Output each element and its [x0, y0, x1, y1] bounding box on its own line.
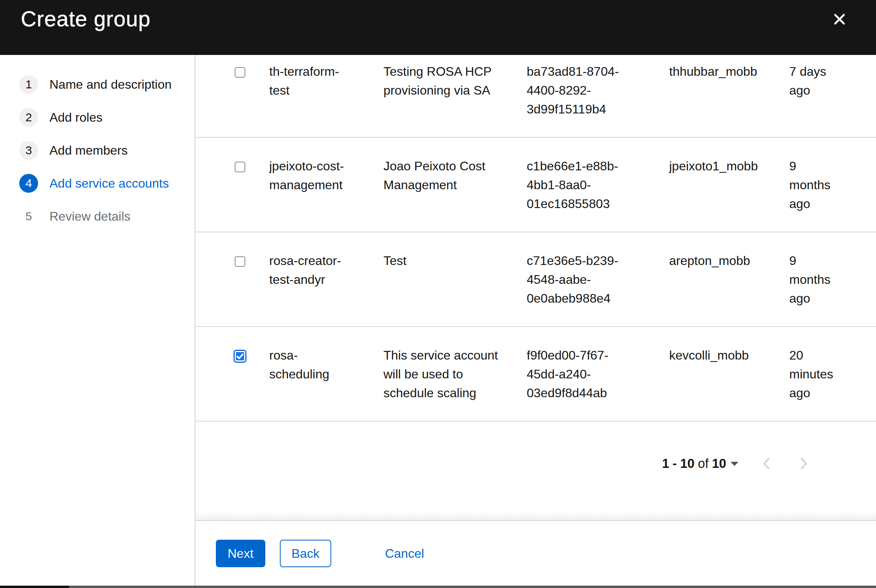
table-row: rosa- scheduling This service account wi… [195, 327, 876, 422]
chevron-left-icon [763, 458, 770, 469]
row-checkbox[interactable] [235, 162, 245, 172]
step-5-label: Review details [49, 207, 130, 226]
close-icon [834, 13, 845, 25]
step-5-number: 5 [19, 207, 38, 226]
step-4-number: 4 [19, 174, 38, 193]
next-button[interactable]: Next [216, 540, 265, 567]
step-1-label: Name and description [49, 75, 172, 94]
cell-client-id: f9f0ed00-7f67- 45dd-a240- 03ed9f8d44ab [527, 346, 669, 402]
step-4-label: Add service accounts [49, 174, 169, 193]
cell-owner: jpeixoto1_mobb [669, 157, 789, 213]
step-add-roles[interactable]: 2 Add roles [0, 101, 195, 134]
table-row: th-terraform- test Testing ROSA HCP prov… [195, 55, 876, 138]
create-group-wizard: Create group 1 Name and description 2 Ad… [0, 0, 876, 588]
step-name-and-description[interactable]: 1 Name and description [0, 68, 195, 101]
pagination-total: 10 [712, 456, 726, 471]
step-1-number: 1 [19, 75, 38, 94]
wizard-title: Create group [21, 7, 151, 30]
wizard-header: Create group [0, 0, 876, 55]
wizard-footer: Next Back Cancel [195, 520, 876, 586]
cell-description: Test [383, 251, 527, 308]
pagination: 1 - 10 of 10 [662, 452, 812, 475]
step-2-number: 2 [19, 108, 38, 127]
pagination-range-start: 1 - 10 [662, 456, 695, 471]
close-button[interactable] [829, 9, 850, 30]
cell-client-id: c71e36e5-b239- 4548-aabe- 0e0abeb988e4 [527, 251, 669, 308]
step-add-service-accounts[interactable]: 4 Add service accounts [0, 167, 195, 200]
cell-description: Joao Peixoto Cost Management [383, 157, 527, 213]
check-icon [236, 352, 244, 360]
pagination-range: 1 - 10 of 10 [662, 454, 726, 473]
step-2-label: Add roles [49, 108, 102, 127]
wizard-steps-nav: 1 Name and description 2 Add roles 3 Add… [0, 55, 195, 586]
previous-page-button[interactable] [757, 452, 775, 475]
cell-time-created: 7 days ago [789, 62, 860, 119]
step-review-details[interactable]: 5 Review details [0, 200, 195, 233]
next-page-button[interactable] [795, 452, 812, 475]
service-accounts-table-area: th-terraform- test Testing ROSA HCP prov… [195, 55, 876, 586]
chevron-right-icon [801, 458, 807, 469]
cell-time-created: 9 months ago [789, 157, 860, 213]
backdrop-sliver [0, 586, 876, 588]
cell-description: Testing ROSA HCP provisioning via SA [383, 62, 527, 119]
row-checkbox[interactable] [235, 67, 245, 78]
back-button[interactable]: Back [280, 540, 331, 567]
row-checkbox[interactable] [235, 256, 245, 267]
backdrop-sliver-dark [0, 586, 69, 588]
cell-owner: thhubbar_mobb [669, 62, 789, 119]
cell-name: rosa- scheduling [269, 346, 383, 402]
service-accounts-table: th-terraform- test Testing ROSA HCP prov… [195, 55, 876, 422]
step-add-members[interactable]: 3 Add members [0, 134, 195, 167]
cell-time-created: 9 months ago [789, 251, 860, 308]
pagination-of-label: of [698, 456, 708, 471]
cell-name: jpeixoto-cost- management [269, 157, 383, 213]
step-3-number: 3 [19, 141, 38, 160]
cell-client-id: ba73ad81-8704- 4400-8292- 3d99f15119b4 [527, 62, 669, 119]
cell-description: This service account will be used to sch… [383, 346, 527, 402]
cell-owner: arepton_mobb [669, 251, 789, 308]
cell-name: rosa-creator- test-andyr [269, 251, 383, 308]
wizard-body: 1 Name and description 2 Add roles 3 Add… [0, 55, 876, 586]
per-page-menu-toggle[interactable] [728, 459, 741, 469]
caret-down-icon [730, 461, 739, 466]
cell-time-created: 20 minutes ago [789, 346, 860, 402]
table-row: jpeixoto-cost- management Joao Peixoto C… [195, 138, 876, 232]
cell-name: th-terraform- test [269, 62, 383, 119]
row-checkbox[interactable] [235, 351, 245, 362]
cancel-button[interactable]: Cancel [385, 540, 424, 567]
table-row: rosa-creator- test-andyr Test c71e36e5-b… [195, 232, 876, 327]
cell-client-id: c1be66e1-e88b- 4bb1-8aa0- 01ec16855803 [527, 157, 669, 213]
cell-owner: kevcolli_mobb [669, 346, 789, 402]
step-3-label: Add members [49, 141, 128, 160]
